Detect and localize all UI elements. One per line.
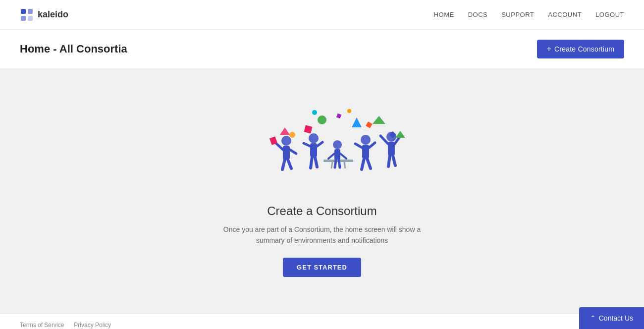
empty-state-heading: Create a Consortium bbox=[267, 204, 376, 218]
main-content: Create a Consortium Once you are part of… bbox=[0, 69, 644, 313]
svg-line-49 bbox=[393, 156, 395, 165]
svg-marker-9 bbox=[373, 116, 385, 124]
nav-home[interactable]: HOME bbox=[434, 11, 454, 18]
svg-line-20 bbox=[282, 160, 285, 169]
page-title: Home - All Consortia bbox=[20, 43, 127, 55]
nav-account[interactable]: ACCOUNT bbox=[548, 11, 582, 18]
svg-point-4 bbox=[318, 115, 326, 124]
contact-us-label: Contact Us bbox=[599, 314, 633, 322]
privacy-policy-link[interactable]: Privacy Policy bbox=[74, 322, 111, 329]
terms-of-service-link[interactable]: Terms of Service bbox=[20, 322, 64, 329]
svg-rect-5 bbox=[304, 125, 312, 133]
nav-docs[interactable]: DOCS bbox=[468, 11, 488, 18]
plus-icon: + bbox=[547, 45, 552, 54]
empty-state-description: Once you are part of a Consortium, the h… bbox=[223, 224, 421, 246]
svg-rect-2 bbox=[21, 16, 26, 21]
svg-line-27 bbox=[315, 157, 317, 167]
kaleido-logo-icon bbox=[20, 8, 34, 22]
footer-links: Terms of Service Privacy Policy bbox=[20, 322, 111, 329]
svg-point-7 bbox=[289, 132, 295, 138]
svg-line-35 bbox=[335, 160, 336, 167]
svg-rect-3 bbox=[28, 16, 33, 21]
chevron-up-icon: ⌃ bbox=[590, 314, 596, 322]
empty-state: Create a Consortium Once you are part of… bbox=[223, 105, 421, 277]
svg-line-34 bbox=[340, 154, 346, 159]
svg-point-10 bbox=[312, 110, 317, 115]
get-started-button[interactable]: GET STARTED bbox=[283, 258, 361, 277]
svg-line-41 bbox=[362, 159, 364, 169]
header: kaleido HOME DOCS SUPPORT ACCOUNT LOGOUT bbox=[0, 0, 644, 30]
nav-logout[interactable]: LOGOUT bbox=[595, 11, 624, 18]
create-consortium-button[interactable]: + Create Consortium bbox=[537, 40, 624, 58]
contact-us-button[interactable]: ⌃ Contact Us bbox=[579, 307, 644, 329]
svg-line-31 bbox=[331, 162, 332, 168]
svg-rect-0 bbox=[21, 9, 26, 14]
main-nav: HOME DOCS SUPPORT ACCOUNT LOGOUT bbox=[434, 11, 624, 18]
svg-line-39 bbox=[355, 144, 362, 148]
svg-line-21 bbox=[288, 160, 291, 168]
svg-rect-38 bbox=[362, 145, 369, 159]
svg-marker-13 bbox=[280, 127, 290, 135]
svg-line-25 bbox=[317, 142, 322, 146]
svg-rect-1 bbox=[28, 9, 33, 14]
svg-point-43 bbox=[386, 132, 396, 142]
svg-rect-29 bbox=[334, 149, 340, 160]
svg-point-37 bbox=[361, 135, 371, 145]
svg-line-32 bbox=[344, 162, 345, 168]
logo-text: kaleido bbox=[38, 9, 68, 20]
footer: Terms of Service Privacy Policy © Kaleid… bbox=[0, 313, 644, 329]
svg-point-28 bbox=[333, 140, 342, 149]
svg-marker-47 bbox=[395, 131, 405, 138]
svg-rect-8 bbox=[366, 121, 373, 128]
svg-rect-23 bbox=[310, 143, 317, 157]
svg-point-22 bbox=[309, 133, 319, 143]
svg-line-40 bbox=[369, 143, 375, 148]
svg-line-33 bbox=[328, 154, 334, 159]
nav-support[interactable]: SUPPORT bbox=[501, 11, 534, 18]
logo: kaleido bbox=[20, 8, 68, 22]
svg-rect-11 bbox=[336, 113, 341, 118]
svg-line-42 bbox=[367, 159, 371, 168]
svg-line-19 bbox=[290, 150, 296, 154]
page-header: Home - All Consortia + Create Consortium bbox=[0, 30, 644, 69]
svg-line-36 bbox=[339, 160, 340, 167]
celebration-illustration bbox=[238, 105, 406, 204]
svg-line-48 bbox=[388, 156, 390, 166]
svg-point-12 bbox=[347, 109, 351, 113]
svg-line-24 bbox=[304, 143, 310, 146]
svg-line-26 bbox=[311, 157, 312, 168]
create-consortium-label: Create Consortium bbox=[554, 45, 614, 53]
svg-rect-16 bbox=[283, 146, 290, 160]
svg-point-15 bbox=[281, 136, 291, 146]
svg-marker-6 bbox=[352, 117, 362, 127]
